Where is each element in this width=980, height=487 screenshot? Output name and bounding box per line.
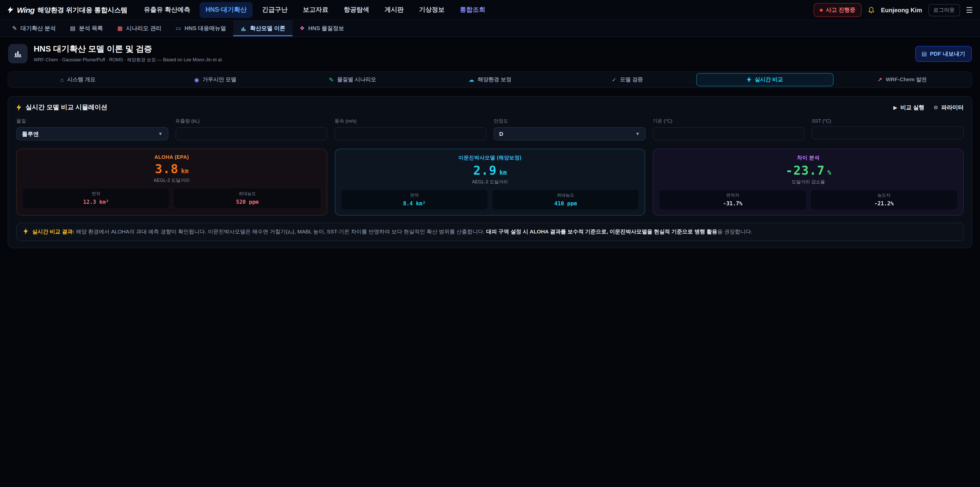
stat-label: 최대농도 xyxy=(496,193,635,199)
nav-item-reports[interactable]: 보고자료 xyxy=(297,2,334,18)
result-card-aloha: ALOHA (EPA) 3.8 km AEGL-2 도달거리 면적 12.3 k… xyxy=(16,148,327,216)
tab-label: 분석 목록 xyxy=(79,24,103,32)
page-title: HNS 대기확산 모델 이론 및 검증 xyxy=(34,44,223,55)
note-body-end: 을 권장합니다. xyxy=(718,228,752,235)
panel-actions: ▶ 비교 실행 ⚙ 파라미터 xyxy=(894,104,964,111)
section-tab-overview[interactable]: ⌂ 시스템 개요 xyxy=(9,73,146,86)
stat-max-concentration: 최대농도 520 ppm xyxy=(174,188,321,208)
top-navigation: Wing 해양환경 위기대응 통합시스템 유출유 확산예측 HNS·대기확산 긴… xyxy=(0,0,980,21)
temperature-input[interactable] xyxy=(652,127,804,141)
incident-status-badge[interactable]: 사고 진행중 xyxy=(814,3,862,17)
tab-atmospheric-analysis[interactable]: ✎ 대기확산 분석 xyxy=(5,21,63,36)
brand-logo-icon xyxy=(7,6,14,13)
result-card-ocean-model: 이문진박사모델 (해양보정) 2.9 km AEGL-2 도달거리 면적 8.4… xyxy=(334,148,645,216)
brand-logo: Wing xyxy=(17,6,35,14)
field-wind-speed: 풍속 (m/s) xyxy=(334,118,487,141)
section-tab-gaussian[interactable]: ◉ 가우시안 모델 xyxy=(146,73,284,86)
nav-item-oil-dispersion[interactable]: 유출유 확산예측 xyxy=(138,2,197,18)
tab-scenario-management[interactable]: ▦ 시나리오 관리 xyxy=(110,21,169,36)
sub-navigation: ✎ 대기확산 분석 ▤ 분석 목록 ▦ 시나리오 관리 ▭ HNS 대응매뉴얼 … xyxy=(0,21,980,37)
section-tab-label: 물질별 시나리오 xyxy=(337,76,376,83)
stat-label: 면적 xyxy=(27,191,165,197)
panel-header: 실시간 모델 비교 시뮬레이션 ▶ 비교 실행 ⚙ 파라미터 xyxy=(16,103,964,112)
card-stats: 면적 12.3 km² 최대농도 520 ppm xyxy=(23,188,320,208)
field-temperature: 기온 (°C) xyxy=(652,118,804,141)
tab-label: 확산모델 이론 xyxy=(250,24,285,32)
section-tab-label: WRF-Chem 발전 xyxy=(886,76,927,83)
section-tab-label: 가우시안 모델 xyxy=(203,76,236,83)
page-title-group: HNS 대기확산 모델 이론 및 검증 WRF-Chem · Gaussian … xyxy=(34,44,223,63)
stat-value: -31.7% xyxy=(664,200,802,206)
run-comparison-button[interactable]: ▶ 비교 실행 xyxy=(894,104,924,111)
card-value: 2.9 xyxy=(473,164,497,177)
page-subtitle: WRF-Chem · Gaussian Plume/Puff · ROMS · … xyxy=(34,57,223,63)
field-label: 안정도 xyxy=(493,118,646,125)
parameters-label: 파라미터 xyxy=(941,104,964,111)
lightning-icon xyxy=(16,104,21,111)
main-menu: 유출유 확산예측 HNS·대기확산 긴급구난 보고자료 항공탐색 게시판 기상정… xyxy=(138,2,814,18)
menu-icon[interactable]: ☰ xyxy=(966,5,973,14)
panel-title: 실시간 모델 비교 시뮬레이션 xyxy=(16,103,107,112)
cloud-icon: ☁ xyxy=(469,77,474,83)
nav-item-hns-atmospheric[interactable]: HNS·대기확산 xyxy=(200,2,253,18)
nav-item-board[interactable]: 게시판 xyxy=(379,2,410,18)
rocket-icon: ↗ xyxy=(877,77,882,83)
stat-value: 8.4 km² xyxy=(345,200,484,206)
tab-label: HNS 물질정보 xyxy=(308,24,344,32)
brand: Wing 해양환경 위기대응 통합시스템 xyxy=(7,5,127,14)
page-chart-icon xyxy=(8,44,27,63)
field-label: 유출량 (kL) xyxy=(175,118,327,125)
run-comparison-label: 비교 실행 xyxy=(900,104,924,111)
wind-speed-input[interactable] xyxy=(334,127,487,141)
substance-select-value: 톨루엔 xyxy=(22,130,39,138)
stat-label: 최대농도 xyxy=(178,191,317,197)
tab-hns-manual[interactable]: ▭ HNS 대응매뉴얼 xyxy=(169,21,233,36)
tab-label: HNS 대응매뉴얼 xyxy=(185,24,226,32)
tab-hns-substance-info[interactable]: ❖ HNS 물질정보 xyxy=(293,21,351,36)
section-tab-ocean-correction[interactable]: ☁ 해양환경 보정 xyxy=(422,73,558,86)
stability-select-value: D xyxy=(499,131,503,137)
card-title: 이문진박사모델 (해양보정) xyxy=(341,154,638,161)
chevron-down-icon: ▼ xyxy=(635,131,640,136)
chevron-down-icon: ▼ xyxy=(158,131,162,136)
section-tab-validation[interactable]: ✓ 모델 검증 xyxy=(558,73,696,86)
section-tab-realtime[interactable]: 실시간 비교 xyxy=(696,73,833,86)
logout-button[interactable]: 로그아웃 xyxy=(928,4,960,16)
card-stats: 면적차 -31.7% 농도차 -21.2% xyxy=(660,190,957,209)
stat-value: -21.2% xyxy=(815,200,953,206)
user-name: Eunjeong Kim xyxy=(881,6,922,14)
sst-input[interactable] xyxy=(812,126,964,139)
pdf-export-button[interactable]: ▤ PDF 내보내기 xyxy=(915,46,972,62)
card-unit: km xyxy=(181,168,189,175)
parameters-button[interactable]: ⚙ 파라미터 xyxy=(934,104,964,111)
card-value-line: 2.9 km xyxy=(341,164,638,177)
play-icon: ▶ xyxy=(894,105,897,110)
nav-item-integrated-search[interactable]: 통합조회 xyxy=(454,2,492,18)
field-substance: 물질 톨루엔 ▼ xyxy=(16,118,168,141)
section-tab-scenarios[interactable]: ✎ 물질별 시나리오 xyxy=(284,73,422,86)
incident-status-label: 사고 진행중 xyxy=(826,6,856,14)
substance-select[interactable]: 톨루엔 ▼ xyxy=(16,127,168,141)
card-title: 차이 분석 xyxy=(660,154,957,161)
card-value: 3.8 xyxy=(155,163,179,175)
realtime-comparison-panel: 실시간 모델 비교 시뮬레이션 ▶ 비교 실행 ⚙ 파라미터 물질 톨루엔 ▼ xyxy=(8,96,972,248)
nav-item-emergency-rescue[interactable]: 긴급구난 xyxy=(256,2,294,18)
field-label: SST (°C) xyxy=(812,118,964,124)
note-text: 실시간 비교 결과: 해양 환경에서 ALOHA의 과대 예측 경향이 확인됩니… xyxy=(32,228,752,236)
page-header: HNS 대기확산 모델 이론 및 검증 WRF-Chem · Gaussian … xyxy=(0,37,980,67)
note-strong: 대피 구역 설정 시 ALOHA 결과를 보수적 기준으로, 이문진박사모델을 … xyxy=(486,228,718,235)
tab-analysis-list[interactable]: ▤ 분석 목록 xyxy=(63,21,110,36)
bell-icon[interactable] xyxy=(868,6,875,14)
section-tab-wrf-chem[interactable]: ↗ WRF-Chem 발전 xyxy=(834,73,971,86)
topnav-right: 사고 진행중 Eunjeong Kim 로그아웃 ☰ xyxy=(814,3,973,17)
nav-item-aerial-search[interactable]: 항공탐색 xyxy=(338,2,375,18)
nav-item-weather[interactable]: 기상정보 xyxy=(413,2,451,18)
stat-label: 농도차 xyxy=(815,193,953,199)
card-value-line: -23.7 % xyxy=(660,164,957,177)
status-dot-icon xyxy=(820,8,823,11)
document-icon: ▤ xyxy=(70,26,76,31)
tab-diffusion-model-theory[interactable]: 확산모델 이론 xyxy=(233,21,293,36)
stability-select[interactable]: D ▼ xyxy=(493,127,646,141)
stat-value: 12.3 km² xyxy=(27,199,165,205)
spill-volume-input[interactable] xyxy=(175,127,327,141)
